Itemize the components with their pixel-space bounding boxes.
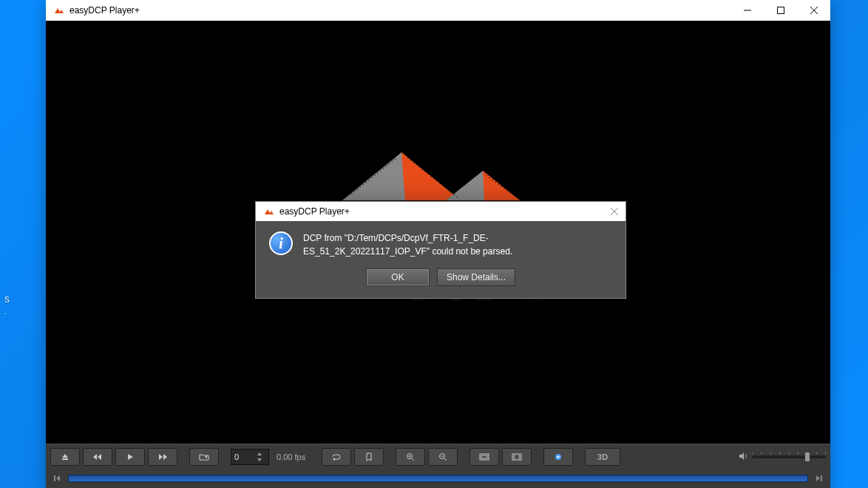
bookmark-button[interactable] <box>354 448 384 466</box>
titlebar[interactable]: easyDCP Player+ <box>46 0 830 21</box>
svg-marker-18 <box>93 454 97 460</box>
svg-marker-24 <box>333 458 335 461</box>
zoom-in-button[interactable] <box>396 448 425 466</box>
svg-rect-16 <box>62 458 68 460</box>
svg-rect-40 <box>821 475 822 481</box>
volume-thumb[interactable] <box>805 453 810 461</box>
transport-toolbar: 0.00 fps 3D <box>46 444 830 470</box>
desktop-fragment: S . <box>4 294 10 318</box>
seek-row <box>46 470 830 487</box>
dialog-title: easyDCP Player+ <box>279 206 603 217</box>
zoom-out-button[interactable] <box>428 448 458 466</box>
dialog-body: i DCP from "D:/Tem/DCPs/DcpVf_FTR-1_F_DE… <box>256 221 625 298</box>
maximize-button[interactable] <box>764 0 797 21</box>
svg-marker-1 <box>59 10 64 13</box>
ok-button[interactable]: OK <box>366 268 430 286</box>
next-frame-button[interactable] <box>816 475 823 482</box>
color-scope-button[interactable] <box>543 448 573 466</box>
volume-slider[interactable] <box>752 455 826 458</box>
svg-marker-39 <box>56 475 60 481</box>
show-details-button[interactable]: Show Details... <box>437 268 515 286</box>
svg-marker-23 <box>257 458 262 461</box>
svg-marker-41 <box>816 475 820 481</box>
svg-marker-37 <box>739 453 744 460</box>
svg-rect-38 <box>54 475 55 481</box>
prev-frame-button[interactable] <box>53 475 61 482</box>
svg-marker-19 <box>128 454 133 460</box>
loop-button[interactable] <box>322 448 351 466</box>
window-title: easyDCP Player+ <box>69 5 730 16</box>
svg-line-26 <box>412 458 414 461</box>
svg-marker-43 <box>269 211 274 214</box>
fullscreen-button[interactable] <box>502 448 532 466</box>
eject-button[interactable] <box>50 448 80 466</box>
app-icon <box>53 4 65 16</box>
svg-rect-33 <box>481 455 487 458</box>
fast-forward-button[interactable] <box>148 448 177 466</box>
svg-marker-9 <box>483 171 520 200</box>
frame-input[interactable] <box>234 453 257 461</box>
seek-bar[interactable] <box>68 475 808 482</box>
app-icon <box>263 206 275 217</box>
window-buttons <box>730 0 830 21</box>
3d-button[interactable]: 3D <box>585 448 620 466</box>
dialog-close-button[interactable] <box>603 208 625 215</box>
minimize-button[interactable] <box>730 0 764 21</box>
dialog-titlebar[interactable]: easyDCP Player+ <box>256 202 625 221</box>
svg-marker-17 <box>98 454 101 460</box>
volume-control <box>739 450 826 464</box>
svg-rect-3 <box>777 7 784 14</box>
controls-bar: 0.00 fps 3D <box>46 444 830 488</box>
open-folder-button[interactable] <box>189 448 219 466</box>
svg-point-36 <box>557 456 560 458</box>
play-button[interactable] <box>115 448 145 466</box>
info-icon: i <box>269 231 293 255</box>
fps-label: 0.00 fps <box>272 453 310 461</box>
frame-spinner[interactable] <box>231 449 269 465</box>
dialog-message: DCP from "D:/Tem/DCPs/DcpVf_FTR-1_F_DE-E… <box>303 231 612 258</box>
svg-marker-21 <box>163 454 167 460</box>
svg-marker-22 <box>257 453 262 455</box>
fit-screen-button[interactable] <box>469 448 499 466</box>
spinner-arrows-icon[interactable] <box>257 452 262 462</box>
close-button[interactable] <box>797 0 830 21</box>
svg-marker-15 <box>62 454 68 458</box>
svg-marker-20 <box>159 454 163 460</box>
svg-line-30 <box>444 458 447 461</box>
speaker-icon <box>739 450 749 464</box>
error-dialog: easyDCP Player+ i DCP from "D:/Tem/DCPs/… <box>255 201 626 299</box>
rewind-button[interactable] <box>83 448 112 466</box>
